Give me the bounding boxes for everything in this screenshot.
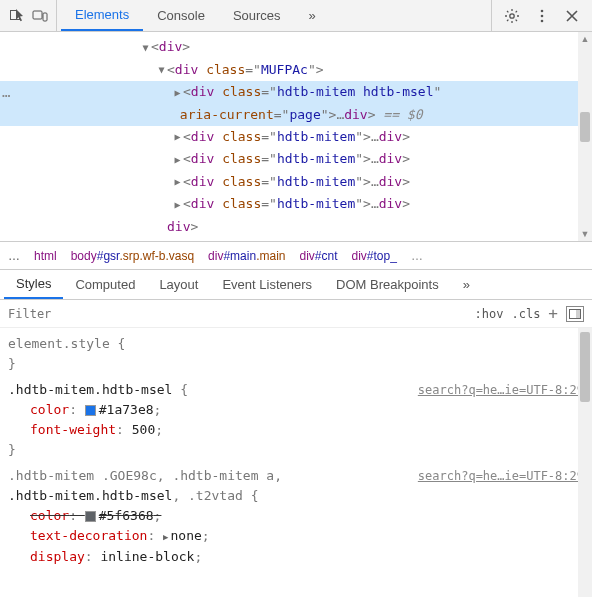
dom-node[interactable]: ▶<div class="hdtb-mitem">…div> — [0, 126, 592, 149]
tab-console[interactable]: Console — [143, 0, 219, 31]
inspect-icon[interactable] — [4, 4, 28, 28]
expand-toggle-icon[interactable]: ▶ — [172, 82, 183, 104]
breadcrumb-item[interactable]: div#cnt — [299, 249, 337, 263]
expand-toggle-icon[interactable]: ▶ — [172, 126, 183, 148]
css-rule[interactable]: .hdtb-mitem .GOE98c, .hdtb-mitem a, .hdt… — [8, 466, 584, 567]
svg-point-3 — [541, 9, 544, 12]
close-icon[interactable] — [560, 4, 584, 28]
dom-node[interactable]: ▼<div> — [0, 36, 592, 59]
color-swatch-icon[interactable] — [85, 405, 96, 416]
hov-toggle[interactable]: :hov — [475, 307, 504, 321]
expand-toggle-icon[interactable]: ▶ — [172, 149, 183, 171]
panel-tabs: Elements Console Sources » — [57, 0, 491, 31]
dom-node[interactable]: …▶<div class="hdtb-mitem hdtb-msel" aria… — [0, 81, 592, 126]
dom-node[interactable]: ▶<div class="hdtb-mitem">…div> — [0, 193, 592, 216]
tab-elements[interactable]: Elements — [61, 0, 143, 31]
toolbar-left — [0, 0, 57, 31]
subtab-dom-breakpoints[interactable]: DOM Breakpoints — [324, 270, 451, 299]
css-rule[interactable]: element.style {} — [8, 334, 584, 374]
subtab-styles[interactable]: Styles — [4, 270, 63, 299]
breadcrumb-bar: … htmlbody#gsr.srp.wf-b.vasqdiv#main.mai… — [0, 242, 592, 270]
rule-source-link[interactable]: search?q=he…ie=UTF-8:29 — [418, 380, 584, 400]
expand-toggle-icon[interactable]: ▶ — [172, 171, 183, 193]
dom-node[interactable]: ▼<div class="MUFPAc"> — [0, 59, 592, 82]
scroll-up-icon[interactable]: ▲ — [578, 32, 592, 46]
expand-toggle-icon[interactable]: ▶ — [172, 194, 183, 216]
dom-node[interactable]: ▶<div class="hdtb-mitem">…div> — [0, 148, 592, 171]
tabs-overflow[interactable]: » — [295, 0, 330, 31]
new-rule-button[interactable]: + — [548, 304, 558, 323]
scroll-thumb[interactable] — [580, 112, 590, 142]
styles-scroll-thumb[interactable] — [580, 332, 590, 402]
styles-filter-input[interactable] — [0, 300, 467, 327]
breadcrumb-item[interactable]: html — [34, 249, 57, 263]
dom-node[interactable]: ▶<div class="hdtb-mitem">…div> — [0, 171, 592, 194]
row-actions-icon[interactable]: … — [2, 81, 12, 103]
subtabs-overflow[interactable]: » — [451, 270, 482, 299]
rule-source-link[interactable]: search?q=he…ie=UTF-8:29 — [418, 466, 584, 506]
crumbs-more[interactable]: … — [8, 249, 20, 263]
color-swatch-icon[interactable] — [85, 511, 96, 522]
cls-toggle[interactable]: .cls — [511, 307, 540, 321]
svg-point-4 — [541, 14, 544, 17]
subtab-event-listeners[interactable]: Event Listeners — [210, 270, 324, 299]
breadcrumb-item[interactable]: div#main.main — [208, 249, 285, 263]
subtab-computed[interactable]: Computed — [63, 270, 147, 299]
css-declaration[interactable]: color: #5f6368; — [8, 506, 584, 526]
styles-body[interactable]: element.style {}.hdtb-mitem.hdtb-msel {s… — [0, 328, 592, 581]
svg-point-2 — [510, 13, 514, 17]
svg-rect-7 — [577, 309, 581, 318]
expand-shorthand-icon[interactable]: ▶ — [163, 527, 168, 547]
svg-rect-0 — [33, 11, 42, 19]
css-declaration[interactable]: display: inline-block; — [8, 547, 584, 567]
styles-panel: element.style {}.hdtb-mitem.hdtb-msel {s… — [0, 328, 592, 597]
device-toggle-icon[interactable] — [28, 4, 52, 28]
css-declaration[interactable]: font-weight: 500; — [8, 420, 584, 440]
dom-node[interactable]: div> — [0, 216, 592, 238]
crumbs-fade: … — [411, 249, 423, 263]
styles-scrollbar[interactable] — [578, 328, 592, 597]
svg-point-5 — [541, 19, 544, 22]
tab-sources[interactable]: Sources — [219, 0, 295, 31]
css-declaration[interactable]: color: #1a73e8; — [8, 400, 584, 420]
dom-scrollbar[interactable]: ▲ ▼ — [578, 32, 592, 241]
scroll-down-icon[interactable]: ▼ — [578, 227, 592, 241]
expand-toggle-icon[interactable]: ▼ — [140, 37, 151, 59]
dom-panel: ▼<div>▼<div class="MUFPAc">…▶<div class=… — [0, 32, 592, 242]
subtab-layout[interactable]: Layout — [147, 270, 210, 299]
svg-rect-1 — [43, 13, 47, 21]
kebab-menu-icon[interactable] — [530, 4, 554, 28]
filter-tools: :hov .cls + — [467, 304, 592, 323]
breadcrumb-item[interactable]: body#gsr.srp.wf-b.vasq — [71, 249, 194, 263]
breadcrumb-item[interactable]: div#top_ — [352, 249, 397, 263]
settings-gear-icon[interactable] — [500, 4, 524, 28]
filter-row: :hov .cls + — [0, 300, 592, 328]
expand-toggle-icon[interactable]: ▼ — [156, 59, 167, 81]
toggle-sidebar-icon[interactable] — [566, 306, 584, 322]
styles-tabs: Styles Computed Layout Event Listeners D… — [0, 270, 592, 300]
dom-tree[interactable]: ▼<div>▼<div class="MUFPAc">…▶<div class=… — [0, 32, 592, 242]
toolbar-right — [491, 0, 592, 31]
css-rule[interactable]: .hdtb-mitem.hdtb-msel {search?q=he…ie=UT… — [8, 380, 584, 460]
devtools-toolbar: Elements Console Sources » — [0, 0, 592, 32]
css-declaration[interactable]: text-decoration: ▶none; — [8, 526, 584, 547]
